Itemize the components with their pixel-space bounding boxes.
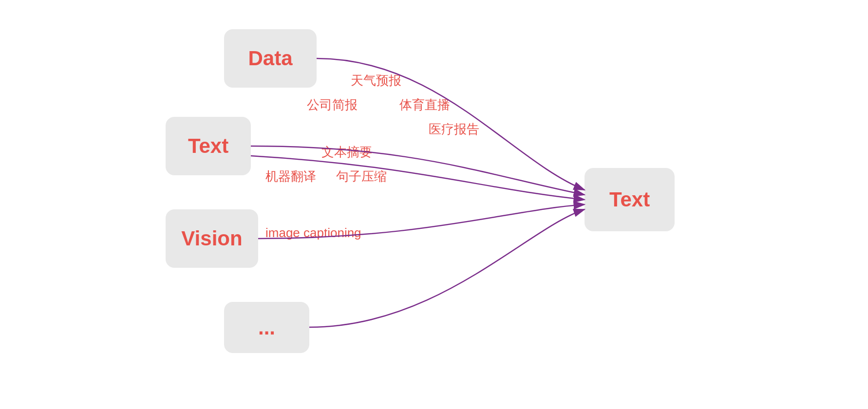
vision-label: Vision [181, 227, 242, 250]
label-gongsi: 公司简报 [307, 96, 358, 113]
label-imagecaptioning: image captioning [265, 225, 361, 241]
ellipsis-label: ... [258, 316, 275, 339]
node-text-input: Text [166, 117, 251, 175]
arrows-svg [0, 0, 868, 409]
node-output-text: Text [585, 168, 675, 231]
label-tiyu: 体育直播 [399, 96, 450, 113]
label-tianqi: 天气预报 [351, 72, 401, 89]
output-label: Text [609, 188, 650, 211]
label-jiqifanyi: 机器翻译 [265, 168, 316, 185]
diagram-container: Data Text Vision ... Text 天气预报 公司简报 体育直播… [0, 0, 868, 409]
node-data: Data [224, 29, 317, 88]
label-wenbenzhaiyao: 文本摘要 [321, 144, 372, 161]
node-vision: Vision [166, 209, 258, 268]
node-ellipsis: ... [224, 302, 309, 353]
text-input-label: Text [188, 134, 228, 158]
label-juziyasuo: 句子压缩 [336, 168, 387, 185]
data-label: Data [248, 47, 292, 70]
label-yiliao: 医疗报告 [429, 121, 479, 138]
